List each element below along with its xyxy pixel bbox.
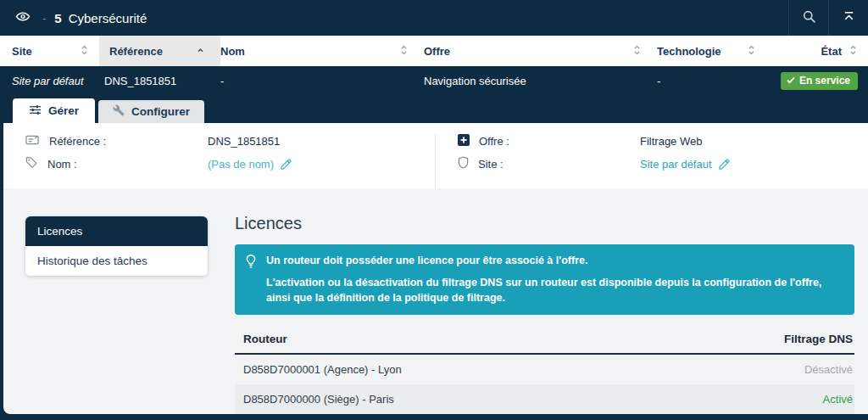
sort-both-icon — [747, 43, 756, 59]
column-label: Référence — [109, 45, 163, 58]
eye-icon — [15, 10, 31, 26]
info-line-1: Un routeur doit posséder une licence pou… — [266, 253, 843, 268]
cell-site: Site par défaut — [12, 66, 104, 95]
router-row: D858D7000001 (Agence) - Lyon Désactivé — [235, 355, 854, 384]
info-line-2: L'activation ou la désactivation du filt… — [266, 275, 843, 305]
service-count: 5 — [54, 11, 61, 25]
cell-nom: - — [220, 66, 424, 95]
status-badge: En service — [781, 72, 858, 90]
column-label: Technologie — [657, 45, 721, 58]
cybersecurity-app: - 5 Cybersécurité Site Référence Nom — [0, 0, 868, 420]
search-button[interactable] — [789, 0, 828, 36]
sort-both-icon — [849, 43, 858, 59]
tag-icon — [25, 156, 38, 171]
info-text: Un routeur doit posséder une licence pou… — [266, 253, 843, 305]
routers-table-header: Routeur Filtrage DNS — [235, 323, 854, 355]
sort-both-icon — [632, 43, 642, 59]
licences-section: Licences Un routeur doit posséder une li… — [235, 214, 854, 414]
detail-value-offre: Filtrage Web — [640, 135, 868, 148]
cell-offre: Navigation sécurisée — [424, 66, 657, 95]
collapse-up-icon — [843, 10, 855, 25]
detail-value-nom: (Pas de nom) — [208, 158, 274, 171]
collapse-button[interactable] — [829, 0, 868, 36]
router-row: D858D7000000 (Siège) - Paris Activé — [235, 384, 854, 414]
sub-navigation: Licences Historique des tâches — [25, 216, 208, 276]
column-header-offre[interactable]: Offre — [424, 36, 657, 66]
column-header-nom[interactable]: Nom — [220, 36, 424, 66]
section-heading: Licences — [235, 214, 854, 233]
detail-row-offre: Offre : Filtrage Web — [458, 134, 868, 148]
column-label: Nom — [220, 45, 245, 58]
column-label: Site — [12, 45, 32, 58]
info-banner: Un routeur doit posséder une licence pou… — [235, 244, 854, 315]
detail-column-right: Offre : Filtrage Web Site : Site par déf… — [436, 134, 868, 188]
lower-content: Licences Historique des tâches Licences … — [3, 188, 868, 414]
check-icon — [787, 76, 795, 84]
top-bar: - 5 Cybersécurité — [0, 0, 868, 36]
router-filtrage-status: Désactivé — [804, 363, 853, 376]
cell-etat: En service — [771, 66, 868, 95]
page-title: Cybersécurité — [69, 11, 147, 25]
column-label: État — [821, 45, 842, 58]
service-row-selected[interactable]: Site par défaut DNS_1851851 - Navigation… — [0, 66, 868, 95]
edit-nom-pencil-icon[interactable] — [280, 158, 292, 171]
detail-label: Référence : — [49, 135, 106, 148]
subnav-item-historique[interactable]: Historique des tâches — [25, 246, 208, 276]
lightbulb-icon — [245, 254, 257, 305]
routers-column-filtrage: Filtrage DNS — [784, 333, 853, 345]
subnav-item-licences[interactable]: Licences — [25, 216, 208, 246]
detail-label: Nom : — [47, 158, 77, 171]
site-link[interactable]: Site par défaut — [640, 158, 712, 171]
sort-both-icon — [399, 43, 409, 59]
tab-bar: Gérer Configurer — [0, 95, 868, 123]
router-filtrage-status: Activé — [823, 393, 853, 406]
cell-reference: DNS_1851851 — [104, 66, 220, 95]
tab-label: Gérer — [48, 104, 79, 117]
detail-value-reference: DNS_1851851 — [208, 135, 435, 148]
column-label: Offre — [424, 45, 450, 58]
sort-both-icon — [80, 43, 89, 59]
breadcrumb-separator: - — [42, 12, 46, 25]
plus-square-icon — [458, 134, 470, 148]
routers-table: Routeur Filtrage DNS D858D7000001 (Agenc… — [235, 323, 854, 414]
column-header-technologie[interactable]: Technologie — [657, 36, 771, 66]
detail-column-left: Référence : DNS_1851851 Nom : (Pas de no… — [3, 134, 436, 188]
column-header-reference[interactable]: Référence — [99, 36, 220, 66]
column-header-site[interactable]: Site — [12, 36, 104, 66]
router-name: D858D7000000 (Siège) - Paris — [243, 393, 394, 406]
detail-row-reference: Référence : DNS_1851851 — [25, 134, 435, 148]
sort-asc-icon — [196, 43, 205, 59]
detail-row-site: Site : Site par défaut — [458, 156, 868, 171]
edit-site-pencil-icon[interactable] — [718, 158, 731, 171]
detail-label: Site : — [478, 158, 504, 171]
sliders-icon — [29, 104, 42, 119]
router-name: D858D7000001 (Agence) - Lyon — [243, 363, 402, 376]
services-table-header: Site Référence Nom Offre Technologie Éta… — [0, 36, 868, 66]
status-badge-label: En service — [799, 75, 850, 87]
detail-label: Offre : — [479, 135, 509, 148]
shield-icon — [458, 156, 469, 171]
id-card-icon — [25, 134, 40, 148]
cell-technologie: - — [657, 66, 771, 95]
detail-panel: Référence : DNS_1851851 Nom : (Pas de no… — [3, 123, 868, 188]
detail-row-nom: Nom : (Pas de nom) — [25, 156, 435, 171]
wrench-icon — [113, 104, 125, 119]
search-icon — [802, 9, 816, 27]
tab-configurer[interactable]: Configurer — [98, 100, 204, 123]
routers-column-routeur: Routeur — [243, 333, 287, 345]
column-header-etat[interactable]: État — [771, 36, 868, 66]
tab-label: Configurer — [131, 105, 190, 118]
tab-gerer[interactable]: Gérer — [13, 98, 95, 123]
